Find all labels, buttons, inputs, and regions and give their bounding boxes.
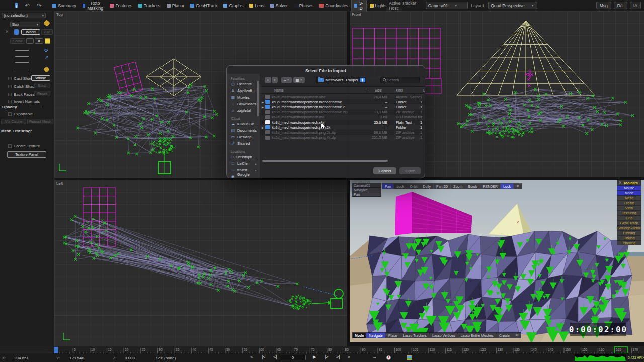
texture-panel-button[interactable]: Texture Panel [7,151,46,158]
open-button[interactable]: Open [399,167,421,174]
sidebar-item-applications[interactable]: AApplicati... [227,87,260,94]
sidebar-item-movies[interactable]: ▦Movies [227,94,260,101]
persp-pan-button[interactable]: Pan [382,184,393,189]
close-icon[interactable]: ✕ [617,180,623,185]
toolbars-item-mesh[interactable]: Mesh [617,195,641,200]
show-button[interactable]: Show [10,38,25,44]
toolbar-item-solver[interactable]: Solver [268,2,290,9]
toolbar-item-3d[interactable]: 3-D [352,0,366,12]
file-row[interactable]: ▶ kb3d_mechwarstroopermech.png.2k -- Fol… [260,125,425,130]
toolbar-item-geohtrack[interactable]: GeoHTrack [188,2,220,9]
toolbar-item-coordinates[interactable]: Coordinates [317,2,351,9]
toolbars-item-pinning[interactable]: Pinning [617,230,641,235]
world-button[interactable]: World [21,29,40,35]
wrench-icon[interactable] [43,20,50,27]
delete-icon[interactable]: ✕ [5,29,9,34]
wrench-icon[interactable] [43,66,50,73]
toolbars-item-linking[interactable]: Linking [617,235,641,240]
persp-orbit-button[interactable]: Orbit [407,184,420,189]
file-row[interactable]: ▶ kb3d_mechwarstroopermech.abc 26,4 MB A… [260,94,425,99]
column-name[interactable]: Name [274,88,284,92]
perspective-navigate-select[interactable]: Navigate [352,188,381,192]
slider-track[interactable] [15,70,29,70]
toolbars-item-texturing[interactable]: Texturing [617,210,641,215]
file-row[interactable]: ▶ kb3d_mechwarstroopermech.obj 35,6 MB P… [260,120,425,125]
toolbar-item-trackers[interactable]: Trackers [136,2,163,9]
mode-lasso-vertices-button[interactable]: Lasso Vertices [430,333,458,338]
toolbars-item-mouse[interactable]: Mouse [617,185,641,190]
toolbars-item-grid[interactable]: Grid [617,215,641,220]
persp-render-button[interactable]: RENDER [480,184,501,189]
column-date[interactable]: D [423,88,425,92]
msg-button[interactable]: Msg [596,2,611,9]
toolbar-item-roto-masking[interactable]: Roto Masking [80,0,107,12]
toolbar-item-graphs[interactable]: Graphs [221,2,246,9]
sidebar-item-icloud-drive[interactable]: ☁iCloud Dri... [227,121,260,127]
search-field[interactable]: Search [380,77,420,83]
column-size[interactable]: Size [375,88,382,92]
sidebar-item-documents[interactable]: ▤Documents [227,127,260,134]
toolbars-item-view[interactable]: View [617,205,641,210]
persp-lock-button[interactable]: Lock [394,184,407,189]
mesh-type-dropdown[interactable]: Box ▾ [10,22,40,27]
selection-dropdown[interactable]: (no selection) ▾ [2,13,46,18]
far-button[interactable]: Far [41,29,53,35]
next-frame-button[interactable]: |> [325,355,329,359]
forward-button[interactable]: › [272,77,278,83]
slider-track[interactable] [15,50,29,51]
timeline-ruler[interactable]: 5101520253035404550556065707580859095100… [0,346,644,353]
sidebar-item-desktop[interactable]: ▭Desktop [227,134,260,140]
sidebar-item-google-drive[interactable]: ◉Google D... [227,173,260,178]
eject-icon[interactable]: ▲ [254,169,257,172]
file-row[interactable]: ▶ kb3d_mechwarstroopermech.png.2k.zip 69… [260,130,425,135]
column-kind[interactable]: Kind [396,88,403,92]
jump-start-button[interactable]: « [250,355,253,359]
active-tracker-host-select[interactable]: Camera01 ▾ [426,2,468,9]
toolbars-item-painting[interactable]: Painting [617,240,641,245]
prev-key-button[interactable]: |< [262,355,266,359]
create-texture-row[interactable]: Create Texture [8,144,40,148]
mode-lasso-trackers-button[interactable]: Lasso Trackers [400,333,429,338]
sidebar-item-downloads[interactable]: ↓Downloads [227,101,260,107]
slider-track[interactable] [15,62,29,63]
disclosure-icon[interactable]: ▶ [260,105,265,109]
viewport-left[interactable]: Left [54,180,347,346]
file-row[interactable]: ▶ kb3d_mechwarstroopermech.png.4k.zip 25… [260,135,425,140]
list-view-button[interactable]: ≡▾ [281,77,291,83]
swatch-button[interactable] [26,38,34,44]
next-key-button[interactable]: >| [336,355,340,359]
file-row[interactable]: ▶ kb3d_mechwarstroopermech.blender.nativ… [260,104,425,109]
mode-create-button[interactable]: Create [497,333,512,338]
scrollbar-thumb[interactable] [262,160,388,162]
current-folder-dropdown[interactable]: MechWars_Trooper ▲▼ [316,77,366,83]
toolbar-item-features[interactable]: Features [107,2,135,9]
icon-view-button[interactable]: ▦▾ [293,77,305,83]
sidebar-item-christoph[interactable]: □Christoph... [227,154,260,160]
toolbar-item-planar[interactable]: Planar [164,2,187,9]
invert-normals-row[interactable]: Invert Normals [8,99,40,104]
external-link-icon[interactable]: ↗ [45,55,49,60]
ia-button[interactable]: IA [630,2,641,9]
disclosure-icon[interactable]: ▶ [260,100,265,104]
horizontal-scrollbar[interactable] [262,160,423,162]
redo-button[interactable]: ↷ [37,3,42,9]
toolbar-item-summary[interactable]: Summary [50,2,78,9]
opacity-slider[interactable] [31,107,42,107]
slider-track[interactable] [15,56,29,57]
file-row[interactable]: ▶ kb3d_mechwarstroopermech.blender.nativ… [260,99,425,104]
mode-lasso-meshes-button[interactable]: Lasso Entire Meshes [458,333,496,338]
clock-icon[interactable] [386,355,391,360]
jump-end-button[interactable]: » [348,355,350,359]
persp-close-button[interactable]: ✕ [514,184,522,189]
play-button[interactable]: ▶ [313,355,316,359]
file-row[interactable]: ▶ kb3d_mechwarstroopermech.blender.nativ… [260,110,425,115]
prev-frame-button[interactable]: <| [273,355,277,359]
whole-button[interactable]: Whole [31,75,50,81]
persp-lock2-button[interactable]: Lock [501,184,513,189]
perspective-pan-select[interactable]: Pan [352,192,381,197]
cancel-button[interactable]: Cancel [373,167,397,174]
reset-button[interactable]: Reset [34,90,50,96]
layout-select[interactable]: Quad Perspective ▾ [488,2,537,9]
persp-scrub-button[interactable]: Scrub [465,184,479,189]
sidebar-item-shared[interactable]: ⇄Shared [227,140,260,147]
